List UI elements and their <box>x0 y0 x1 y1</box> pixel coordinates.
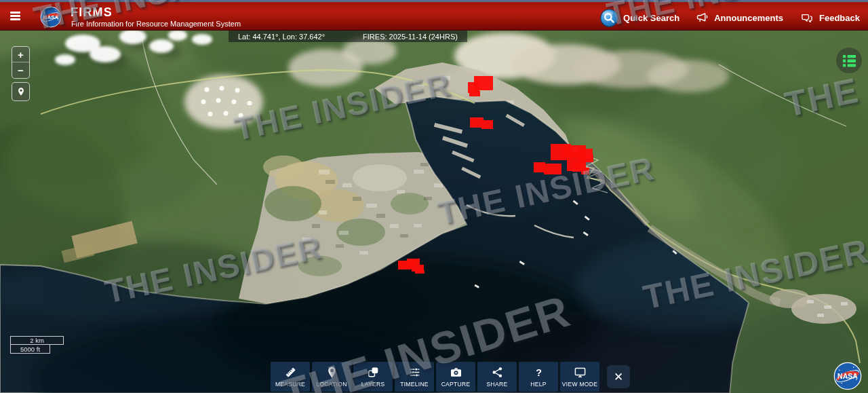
nav-label: Announcements <box>714 13 783 23</box>
location-pin-icon <box>16 86 26 97</box>
toolbar-button-share[interactable]: SHARE <box>477 362 517 392</box>
fire-detection-marker[interactable] <box>585 155 593 162</box>
toolbar-button-layers[interactable]: LAYERS <box>353 362 393 392</box>
nasa-logo <box>833 362 862 390</box>
toolbar-label: VIEW MODE <box>562 381 597 388</box>
zoom-control: + − <box>12 46 30 79</box>
toolbar-button-timeline[interactable]: TIMELINE <box>395 362 434 392</box>
scale-imperial: 5000 ft <box>10 345 50 354</box>
scale-metric: 2 km <box>10 336 64 345</box>
toolbar-label: LAYERS <box>361 381 385 388</box>
camera-icon <box>450 366 462 379</box>
fire-detection-marker[interactable] <box>415 270 425 274</box>
fire-detection-marker[interactable] <box>481 120 493 129</box>
app-subtitle: Fire Information for Resource Management… <box>71 20 241 28</box>
nav-label: Feedback <box>819 13 860 23</box>
fire-detection-marker[interactable] <box>581 168 589 174</box>
toolbar-button-view-mode[interactable]: VIEW MODE <box>560 362 599 392</box>
nav-announcements[interactable]: Announcements <box>696 12 783 25</box>
map-terrain: NASA <box>0 30 868 393</box>
toolbar-label: LOCATION <box>316 381 347 388</box>
zoom-out-button[interactable]: − <box>12 62 29 78</box>
nav-quick-search[interactable]: Quick Search <box>600 9 679 27</box>
map-toolbar: MEASURELOCATIONLAYERSTIMELINECAPTURESHAR… <box>271 362 630 392</box>
header-nav: Quick SearchAnnouncementsFeedback <box>600 4 860 32</box>
map-status-bar: Lat: 44.741°, Lon: 37.642° FIRES: 2025-1… <box>229 31 467 42</box>
app-header: FIRMS Fire Information for Resource Mana… <box>0 0 868 30</box>
nav-feedback[interactable]: Feedback <box>800 12 860 25</box>
fire-detection-marker[interactable] <box>544 164 561 174</box>
share-icon <box>491 366 504 379</box>
toolbar-buttons: MEASURELOCATIONLAYERSTIMELINECAPTURESHAR… <box>271 362 599 392</box>
toolbar-label: HELP <box>530 381 546 388</box>
app-title: FIRMS <box>71 5 113 20</box>
svg-text:?: ? <box>536 367 542 378</box>
megaphone-icon <box>696 12 709 25</box>
toolbar-label: TIMELINE <box>400 381 429 388</box>
fire-detection-marker[interactable] <box>534 162 545 172</box>
toolbar-label: MEASURE <box>275 381 305 388</box>
monitor-icon <box>574 366 587 379</box>
sliders-icon <box>408 366 421 379</box>
toolbar-button-location[interactable]: LOCATION <box>312 362 351 392</box>
menu-hamburger-icon[interactable] <box>10 12 20 20</box>
fires-date-readout: FIRES: 2025-11-14 (24HRS) <box>363 33 458 41</box>
zoom-in-button[interactable]: + <box>12 47 29 62</box>
scale-bar: 2 km 5000 ft <box>10 336 64 354</box>
legend-list-icon <box>842 53 857 69</box>
chat-icon <box>800 12 814 25</box>
layers-icon <box>367 366 380 379</box>
ruler-icon <box>284 366 297 379</box>
pin-icon <box>326 366 338 379</box>
firms-app-window: NASA <box>0 0 868 393</box>
nasa-logo[interactable] <box>40 6 62 28</box>
toolbar-label: SHARE <box>487 381 508 388</box>
coordinates-readout: Lat: 44.741°, Lon: 37.642° <box>238 33 325 41</box>
fire-detection-marker[interactable] <box>469 91 480 96</box>
nav-label: Quick Search <box>623 13 679 23</box>
toolbar-button-capture[interactable]: CAPTURE <box>436 362 475 392</box>
legend-button[interactable] <box>836 48 862 73</box>
toolbar-button-help[interactable]: ?HELP <box>519 362 558 392</box>
toolbar-label: CAPTURE <box>441 381 471 388</box>
my-location-button[interactable] <box>12 82 30 101</box>
toolbar-button-measure[interactable]: MEASURE <box>271 362 310 392</box>
question-icon: ? <box>532 366 545 379</box>
search-icon <box>600 9 618 27</box>
toolbar-close-button[interactable]: ✕ <box>607 365 630 388</box>
satellite-map[interactable]: NASA <box>0 30 868 393</box>
